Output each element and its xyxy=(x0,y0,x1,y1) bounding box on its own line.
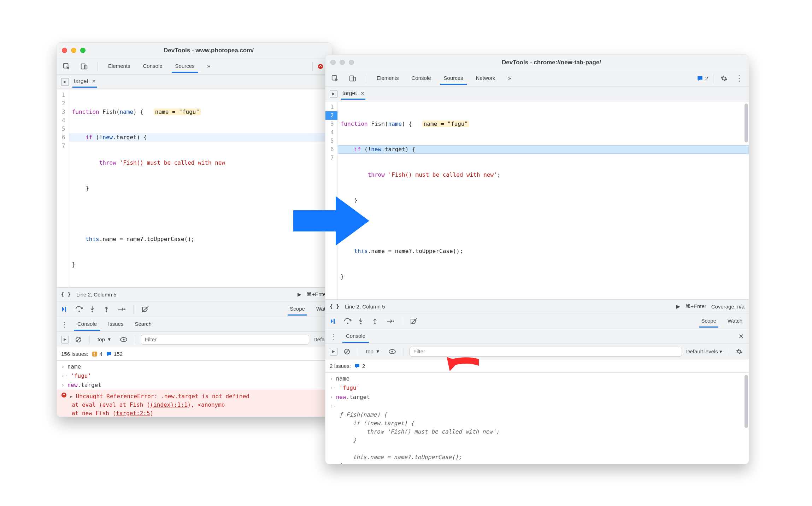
tab-scope[interactable]: Scope xyxy=(699,315,719,328)
tab-network[interactable]: Network xyxy=(472,72,499,85)
log-levels[interactable]: Default levels ▾ xyxy=(686,348,722,355)
step-into-icon[interactable] xyxy=(89,306,97,313)
close-icon[interactable]: ✕ xyxy=(92,78,96,84)
scrollbar-thumb[interactable] xyxy=(745,104,748,142)
file-tab-label: target xyxy=(342,90,358,96)
window-traffic-lights xyxy=(62,48,86,53)
titlebar-left: DevTools - www.photopea.com/ xyxy=(57,43,332,58)
tab-drawer-console[interactable]: Console xyxy=(74,318,100,331)
step-icon[interactable] xyxy=(386,318,394,324)
live-expression-icon[interactable] xyxy=(118,335,129,344)
window-title: DevTools - chrome://new-tab-page/ xyxy=(359,59,744,66)
clear-console-icon[interactable] xyxy=(73,334,84,345)
play-icon[interactable]: ▶ xyxy=(298,292,301,297)
settings-icon[interactable] xyxy=(734,346,745,357)
info-chip[interactable]: 2 xyxy=(354,363,365,369)
tab-console[interactable]: Console xyxy=(140,60,166,73)
kebab-icon[interactable]: ⋮ xyxy=(733,72,745,85)
step-over-icon[interactable] xyxy=(344,318,352,325)
kebab-icon[interactable]: ⋮ xyxy=(60,320,70,329)
resume-icon[interactable] xyxy=(61,306,69,312)
prompt-in-icon: › xyxy=(61,363,65,371)
step-out-icon[interactable] xyxy=(104,306,111,313)
step-into-icon[interactable] xyxy=(358,318,366,325)
trace-link[interactable]: (index):1:1 xyxy=(150,401,188,408)
tab-sources[interactable]: Sources xyxy=(440,72,467,85)
code-editor[interactable]: 1234567 function Fish(name) { name = "fu… xyxy=(325,101,749,299)
tab-drawer-console[interactable]: Console xyxy=(342,330,369,343)
issues-bar[interactable]: 2 Issues: 2 xyxy=(325,359,749,373)
debug-toolbar: Scope Wat xyxy=(57,301,332,317)
console-input: new.target xyxy=(67,381,101,389)
tab-elements[interactable]: Elements xyxy=(373,72,402,85)
device-toggle-icon[interactable] xyxy=(78,60,90,72)
console-output[interactable]: ›name ‹·'fugu' ›new.target ▸ Uncaught Re… xyxy=(57,361,332,417)
inspect-icon[interactable] xyxy=(60,60,72,72)
file-tab-target[interactable]: target ✕ xyxy=(341,88,365,100)
context-selector[interactable]: top ▼ xyxy=(95,336,114,343)
prompt-out-icon: ‹· xyxy=(330,384,336,392)
navigator-icon[interactable] xyxy=(61,78,69,86)
filter-input[interactable] xyxy=(141,335,309,345)
deactivate-breakpoints-icon[interactable] xyxy=(410,318,418,325)
pretty-print-icon[interactable]: { } xyxy=(61,291,71,298)
tab-console[interactable]: Console xyxy=(408,72,435,85)
context-selector[interactable]: top ▼ xyxy=(364,348,382,355)
close-icon[interactable]: ✕ xyxy=(360,90,365,96)
tab-elements[interactable]: Elements xyxy=(105,60,134,73)
trace-text: ), <anonymo xyxy=(188,401,225,408)
play-icon[interactable]: ▶ xyxy=(676,304,680,309)
code-editor[interactable]: 1234567 function Fish(name) { name = "fu… xyxy=(57,89,332,287)
tab-sources[interactable]: Sources xyxy=(172,60,198,73)
pretty-print-icon[interactable]: { } xyxy=(330,303,339,310)
code-content[interactable]: function Fish(name) { name = "fugu" if (… xyxy=(338,101,749,299)
tab-drawer-search[interactable]: Search xyxy=(131,318,155,331)
device-toggle-icon[interactable] xyxy=(347,72,359,84)
console-output[interactable]: ›name ‹·'fugu' ›new.target ‹· ƒ Fish(nam… xyxy=(325,373,749,464)
drawer-tabs: ⋮ Console Issues Search xyxy=(57,317,332,332)
svg-point-13 xyxy=(123,339,124,340)
info-count: 152 xyxy=(114,351,123,357)
svg-point-27 xyxy=(393,320,394,322)
tab-overflow[interactable]: » xyxy=(505,72,514,85)
close-icon[interactable]: ✕ xyxy=(739,333,746,340)
minimize-icon[interactable] xyxy=(340,60,345,65)
navigator-icon[interactable] xyxy=(330,90,337,98)
sidebar-toggle-icon[interactable] xyxy=(330,348,337,355)
step-icon[interactable] xyxy=(118,306,125,312)
tab-scope[interactable]: Scope xyxy=(288,303,307,316)
file-tab-label: target xyxy=(73,78,89,84)
kebab-icon[interactable]: ⋮ xyxy=(328,332,338,341)
tab-watch[interactable]: Watch xyxy=(725,315,745,328)
step-out-icon[interactable] xyxy=(372,318,380,325)
info-chip[interactable]: 152 xyxy=(106,351,123,357)
close-icon[interactable] xyxy=(330,60,336,65)
clear-console-icon[interactable] xyxy=(342,346,352,357)
inspect-icon[interactable] xyxy=(329,72,341,84)
code-content[interactable]: function Fish(name) { name = "fugu" if (… xyxy=(69,89,332,287)
live-expression-icon[interactable] xyxy=(387,347,398,356)
trace-link[interactable]: target:2:5 xyxy=(116,410,150,417)
minimize-icon[interactable] xyxy=(71,48,76,53)
line-gutter: 1234567 xyxy=(325,101,338,299)
filter-input[interactable] xyxy=(410,347,682,357)
zoom-icon[interactable] xyxy=(349,60,354,65)
info-badge[interactable]: 2 xyxy=(697,75,708,82)
svg-rect-15 xyxy=(94,353,95,354)
zoom-icon[interactable] xyxy=(80,48,86,53)
svg-point-17 xyxy=(61,393,66,398)
settings-icon[interactable] xyxy=(718,73,730,84)
run-shortcut: ⌘+Enter xyxy=(306,291,328,298)
issues-bar[interactable]: 156 Issues: 4 152 xyxy=(57,347,332,361)
scrollbar-thumb[interactable] xyxy=(745,375,748,428)
tab-drawer-issues[interactable]: Issues xyxy=(105,318,127,331)
console-output-value: 'fugu' xyxy=(339,384,360,392)
step-over-icon[interactable] xyxy=(75,306,83,313)
warning-chip[interactable]: 4 xyxy=(92,351,102,357)
close-icon[interactable] xyxy=(62,48,67,53)
sidebar-toggle-icon[interactable] xyxy=(61,336,69,343)
deactivate-breakpoints-icon[interactable] xyxy=(141,306,149,313)
file-tab-target[interactable]: target ✕ xyxy=(72,76,97,88)
resume-icon[interactable] xyxy=(330,318,337,324)
tab-overflow[interactable]: » xyxy=(204,60,214,73)
